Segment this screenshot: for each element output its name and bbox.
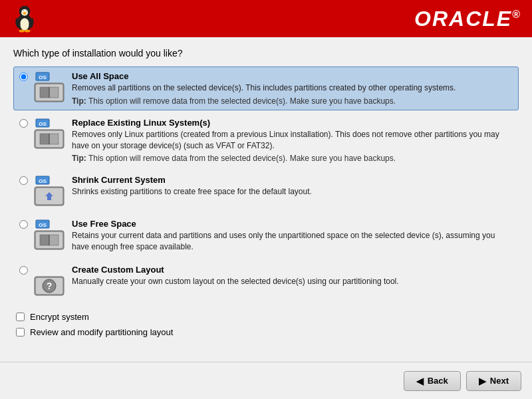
header-logo	[11, 5, 39, 33]
option-radio-shrink-current[interactable]	[19, 176, 28, 185]
option-radio-replace-existing[interactable]	[19, 119, 28, 128]
option-content-use-free-space: Use Free SpaceRetains your current data …	[72, 219, 513, 253]
svg-point-1	[20, 18, 29, 30]
svg-rect-25	[49, 134, 59, 144]
option-title-use-all-space: Use All Space	[72, 71, 513, 81]
svg-text:OS: OS	[39, 222, 47, 228]
svg-text:OS: OS	[39, 74, 47, 80]
oracle-logo: ORACLE®	[414, 7, 521, 31]
checkbox-row-encrypt-system: Encrypt system	[16, 312, 516, 322]
svg-rect-37	[49, 235, 59, 245]
option-icon-replace-existing: OS	[33, 118, 65, 150]
svg-point-8	[23, 12, 26, 14]
option-desc-use-all-space: Removes all partitions on the selected d…	[72, 82, 513, 94]
option-item-replace-existing[interactable]: OS Replace Existing Linux System(s)Remov…	[13, 113, 519, 168]
svg-point-10	[25, 29, 30, 32]
option-item-shrink-current[interactable]: OS Shrink Current SystemShrinks existing…	[13, 170, 519, 211]
option-desc-use-free-space: Retains your current data and partitions…	[72, 230, 513, 253]
back-label: Back	[428, 376, 448, 386]
option-title-replace-existing: Replace Existing Linux System(s)	[72, 118, 513, 128]
back-button[interactable]: ◀ Back	[404, 371, 461, 391]
option-title-use-free-space: Use Free Space	[72, 219, 513, 229]
option-content-shrink-current: Shrink Current SystemShrinks existing pa…	[72, 175, 513, 198]
next-arrow-icon: ▶	[479, 376, 486, 386]
option-content-create-custom: Create Custom LayoutManually create your…	[72, 265, 513, 287]
next-button[interactable]: ▶ Next	[466, 371, 521, 391]
checkbox-label-encrypt-system: Encrypt system	[30, 312, 89, 322]
options-list: OS Use All SpaceRemoves all partitions o…	[13, 66, 519, 301]
svg-rect-17	[40, 87, 49, 98]
svg-point-9	[19, 29, 25, 32]
option-icon-shrink-current: OS	[33, 175, 65, 207]
option-radio-use-free-space[interactable]	[19, 220, 28, 229]
option-desc-create-custom: Manually create your own custom layout o…	[72, 276, 513, 287]
svg-rect-36	[40, 235, 49, 245]
checkbox-review-partitioning[interactable]	[16, 328, 25, 336]
checkbox-row-review-partitioning: Review and modify partitioning layout	[16, 327, 516, 337]
back-arrow-icon: ◀	[416, 376, 424, 386]
svg-rect-24	[40, 134, 49, 144]
checkbox-encrypt-system[interactable]	[16, 313, 25, 321]
main-content: Which type of installation would you lik…	[0, 37, 532, 353]
option-title-shrink-current: Shrink Current System	[72, 175, 513, 185]
option-item-create-custom[interactable]: ? Create Custom LayoutManually create yo…	[13, 260, 519, 301]
option-tip-replace-existing: Tip: This option will remove data from t…	[72, 154, 513, 163]
footer: ◀ Back ▶ Next	[0, 362, 532, 399]
option-title-create-custom: Create Custom Layout	[72, 265, 513, 275]
svg-text:OS: OS	[39, 178, 47, 184]
option-icon-create-custom: ?	[33, 265, 65, 297]
checkboxes-section: Encrypt systemReview and modify partitio…	[13, 312, 519, 337]
option-content-replace-existing: Replace Existing Linux System(s)Removes …	[72, 118, 513, 164]
tux-icon	[11, 5, 39, 33]
page-question: Which type of installation would you lik…	[13, 48, 519, 59]
checkbox-label-review-partitioning: Review and modify partitioning layout	[30, 327, 173, 337]
option-desc-replace-existing: Removes only Linux partitions (created f…	[72, 129, 513, 152]
option-item-use-free-space[interactable]: OS Use Free SpaceRetains your current da…	[13, 214, 519, 257]
option-radio-use-all-space[interactable]	[19, 72, 28, 81]
svg-text:?: ?	[47, 281, 53, 291]
svg-point-6	[23, 11, 24, 11]
option-radio-create-custom[interactable]	[19, 266, 28, 275]
option-icon-use-all-space: OS	[33, 71, 65, 103]
next-label: Next	[490, 376, 509, 386]
option-icon-use-free-space: OS	[33, 219, 65, 251]
svg-point-7	[26, 11, 27, 11]
option-desc-shrink-current: Shrinks existing partitions to create fr…	[72, 186, 513, 198]
svg-text:OS: OS	[39, 121, 47, 127]
option-tip-use-all-space: Tip: This option will remove data from t…	[72, 96, 513, 106]
option-content-use-all-space: Use All SpaceRemoves all partitions on t…	[72, 71, 513, 106]
option-item-use-all-space[interactable]: OS Use All SpaceRemoves all partitions o…	[13, 66, 519, 110]
header: ORACLE®	[0, 0, 532, 37]
svg-rect-18	[49, 87, 59, 98]
